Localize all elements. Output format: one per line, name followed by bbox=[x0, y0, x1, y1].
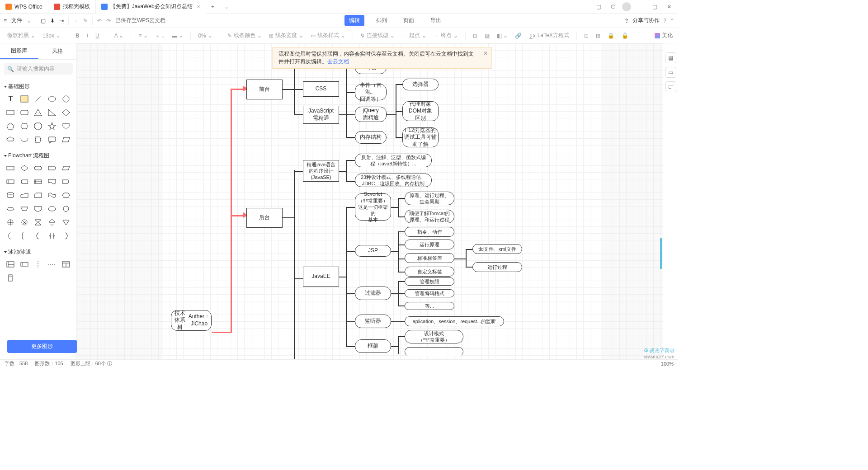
node-javase[interactable]: 精通java语言 的程序设计 (JavaSE) bbox=[303, 160, 339, 182]
shape-parallelogram[interactable] bbox=[60, 134, 72, 146]
sticker-icon[interactable]: ◧ ⌄ bbox=[495, 33, 509, 39]
eraser-icon[interactable]: ✎ bbox=[83, 18, 88, 24]
shape-triangle[interactable] bbox=[32, 107, 44, 118]
node-principle[interactable]: 原理、运行过程、 生命周期 bbox=[405, 192, 454, 205]
sl-lane-h[interactable] bbox=[19, 258, 31, 270]
mode-page[interactable]: 页面 bbox=[399, 15, 419, 26]
maximize-button[interactable]: ▢ bbox=[649, 1, 660, 12]
layer-icon[interactable]: ⊡ bbox=[582, 33, 590, 39]
fc-display[interactable] bbox=[46, 162, 58, 174]
fc-internal[interactable] bbox=[32, 176, 44, 188]
fc-predefined[interactable] bbox=[5, 176, 17, 188]
share-button[interactable]: 分享与协作 bbox=[632, 17, 660, 24]
fc-sort[interactable] bbox=[46, 216, 58, 228]
start-point[interactable]: — 起点 ⌄ bbox=[400, 32, 428, 39]
font-color[interactable]: A ⌄ bbox=[113, 33, 126, 39]
section-basic-shapes[interactable]: 基础图形 bbox=[5, 83, 72, 90]
shape-diamond[interactable] bbox=[60, 107, 72, 118]
connector-type[interactable]: ↯ 连接线型 ⌄ bbox=[359, 32, 396, 39]
node-event[interactable]: 事件（冒泡、 回调等） bbox=[355, 84, 387, 100]
node-run-process[interactable]: 运行过程 bbox=[472, 262, 522, 272]
node-javaee[interactable]: JavaEE bbox=[303, 267, 339, 287]
font-family[interactable]: 微软雅黑 ⌄ bbox=[5, 32, 37, 39]
fc-terminator[interactable] bbox=[32, 162, 44, 174]
collapse-icon[interactable]: ⌃ bbox=[670, 18, 675, 24]
hamburger-icon[interactable]: ≡ bbox=[4, 18, 7, 24]
close-icon[interactable]: × bbox=[197, 4, 200, 10]
opacity[interactable]: 0% ⌄ bbox=[196, 33, 214, 39]
node-directive[interactable]: 指令、动作 bbox=[405, 227, 454, 237]
section-flowchart[interactable]: Flowchart 流程图 bbox=[5, 152, 72, 160]
line-height[interactable]: ⫠ ⌄ bbox=[153, 33, 166, 39]
node-framework[interactable]: 框架 bbox=[355, 339, 391, 353]
beautify-button[interactable]: 美化 bbox=[655, 32, 673, 39]
tab-wps-home[interactable]: WPS Office bbox=[0, 0, 48, 14]
node-reflection[interactable]: 反射、注解、泛型、函数式编 程（java8新特性）... bbox=[355, 154, 432, 167]
fc-connector[interactable] bbox=[60, 203, 72, 215]
panel-icon[interactable]: ▢ bbox=[593, 1, 604, 12]
notice-close[interactable]: ✕ bbox=[483, 50, 488, 56]
fc-manual-input[interactable] bbox=[19, 189, 31, 201]
lock-icon[interactable]: 🔒 bbox=[606, 33, 616, 39]
fc-bracket1[interactable] bbox=[5, 230, 17, 242]
more-shapes-button[interactable]: 更多图形 bbox=[7, 340, 77, 353]
cube-icon[interactable]: ⬡ bbox=[608, 1, 618, 12]
new-tab-button[interactable]: + bbox=[206, 4, 220, 10]
shape-rect[interactable] bbox=[5, 107, 17, 118]
shape-callout[interactable] bbox=[46, 134, 58, 146]
notice-link[interactable]: 去云文档 bbox=[327, 58, 349, 65]
fc-brace3[interactable] bbox=[60, 230, 72, 242]
section-swimlane[interactable]: 泳池/泳道 bbox=[5, 248, 72, 256]
shape-note[interactable] bbox=[19, 93, 31, 105]
node-auth[interactable]: 管理权限 bbox=[405, 277, 454, 286]
tab-templates[interactable]: 找稻壳模板 bbox=[48, 0, 96, 14]
node-memory[interactable]: 内存结构 bbox=[355, 131, 387, 144]
node-tech-system[interactable]: 技术体系树Auther：JiChao bbox=[171, 310, 212, 331]
fc-brace1[interactable] bbox=[32, 230, 44, 242]
line-color[interactable]: ✎ 线条颜色 ⌄ bbox=[226, 32, 264, 39]
node-servlet[interactable]: Severlet （非常重要） 这是一切框架的 基本 bbox=[355, 193, 391, 221]
node-design-pattern[interactable]: 设计模式 （*非常重要） bbox=[405, 330, 463, 343]
fc-brace2[interactable] bbox=[46, 230, 58, 242]
shape-star[interactable] bbox=[46, 120, 58, 132]
scrollbar[interactable] bbox=[660, 238, 662, 269]
fc-card[interactable] bbox=[32, 189, 44, 201]
fc-ellipse[interactable] bbox=[46, 203, 58, 215]
diagram-page[interactable]: 流程图使用时需保持联网，内容会实时保存至云文档。关闭后可在云文档中找到文件并打开… bbox=[163, 43, 601, 359]
close-button[interactable]: ✕ bbox=[664, 1, 675, 12]
bold-button[interactable]: B bbox=[74, 33, 81, 39]
shape-circle[interactable] bbox=[60, 93, 72, 105]
shape-roundrect2[interactable] bbox=[19, 107, 31, 118]
shape-pentagon[interactable] bbox=[5, 120, 17, 132]
sl-pool-h[interactable] bbox=[5, 258, 17, 270]
fc-tape[interactable] bbox=[46, 189, 58, 201]
tab-document[interactable]: 【免费】JavaWeb必会知识点总结× bbox=[96, 0, 206, 14]
node-jquery[interactable]: jQuery 需精通 bbox=[355, 107, 387, 122]
shape-drop[interactable] bbox=[32, 134, 44, 146]
sl-sep-h[interactable] bbox=[46, 258, 58, 270]
fill-color[interactable]: ▬ ⌄ bbox=[170, 33, 185, 39]
node-proxy[interactable]: 代理对象 DOM对象 区别 bbox=[402, 101, 439, 121]
download-icon[interactable]: ⬇ bbox=[50, 18, 55, 24]
italic-button[interactable]: I bbox=[85, 33, 90, 39]
avatar[interactable] bbox=[622, 2, 631, 11]
node-partial[interactable] bbox=[405, 347, 463, 356]
node-selector[interactable]: 选择器 bbox=[402, 79, 439, 90]
node-taglib[interactable]: 标准标签库 bbox=[405, 253, 454, 263]
shape-roundrect[interactable] bbox=[46, 93, 58, 105]
fc-stored[interactable] bbox=[19, 176, 31, 188]
node-css[interactable]: CSS bbox=[303, 81, 339, 97]
shape-trap1[interactable] bbox=[19, 134, 31, 146]
help-icon[interactable]: ? bbox=[663, 18, 666, 24]
line-width[interactable]: ⊞ 线条宽度 ⌄ bbox=[267, 32, 305, 39]
link-icon[interactable]: 🔗 bbox=[513, 33, 524, 39]
sidebar-tab-shapes[interactable]: 图形库 bbox=[0, 43, 38, 59]
rail-chart-icon[interactable]: ⫍ bbox=[665, 81, 676, 92]
fc-process[interactable] bbox=[5, 162, 17, 174]
font-size[interactable]: 13px ⌄ bbox=[41, 33, 62, 39]
fc-decision[interactable] bbox=[19, 162, 31, 174]
search-input[interactable]: 🔍 请输入搜索内容 bbox=[4, 63, 73, 75]
mode-arrange[interactable]: 排列 bbox=[372, 15, 392, 26]
rail-outline-icon[interactable]: ▤ bbox=[665, 52, 676, 63]
rail-layers-icon[interactable]: ▭ bbox=[665, 67, 676, 78]
